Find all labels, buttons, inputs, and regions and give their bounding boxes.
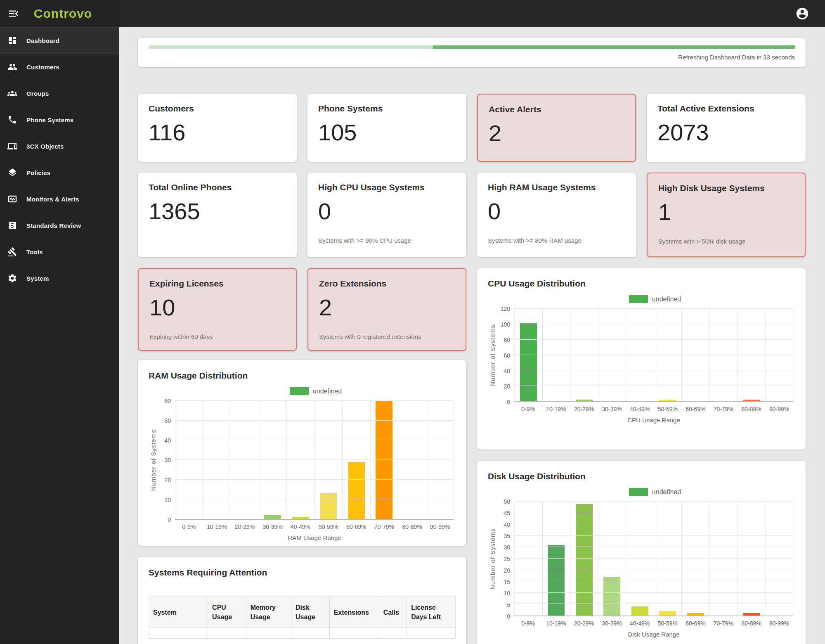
bar-slot — [654, 502, 682, 616]
disk-usage-chart: Number of Systems 05101520253035404550 0… — [488, 502, 793, 638]
attention-table-head: SystemCPU UsageMemory UsageDisk UsageExt… — [149, 597, 456, 628]
x-axis-ticks: 0-9%10-19%20-29%30-39%40-49%50-59%60-69%… — [514, 616, 793, 627]
sidebar-item-policies[interactable]: Policies — [0, 159, 119, 186]
x-tick-label: 20-29% — [570, 620, 598, 627]
ram-usage-chart: Number of Systems 0102030405060 0-9%10-1… — [149, 401, 454, 541]
stat-card-high-ram-usage[interactable]: High RAM Usage Systems 0 Systems with >=… — [477, 173, 636, 257]
x-tick-label: 0-9% — [175, 523, 203, 530]
account-icon[interactable] — [795, 7, 809, 21]
x-axis-label: CPU Usage Range — [514, 412, 793, 424]
x-tick-label: 10-19% — [203, 523, 231, 530]
chart-plot-area[interactable] — [514, 502, 793, 616]
chart-bar[interactable] — [603, 577, 620, 616]
bar-slot — [398, 401, 426, 519]
stat-subtitle: Systems with >= 90% CPU usage — [318, 237, 456, 244]
x-tick-label: 20-29% — [570, 406, 598, 412]
chart-bar[interactable] — [631, 606, 648, 616]
chart-bar[interactable] — [743, 400, 760, 401]
x-tick-label: 40-49% — [626, 620, 654, 627]
chart-bar[interactable] — [687, 613, 704, 616]
chart-bar[interactable] — [376, 401, 392, 519]
stat-value: 0 — [318, 200, 456, 223]
bar-slot — [570, 309, 598, 401]
stat-title: High RAM Usage Systems — [488, 182, 625, 192]
sidebar-item-dashboard[interactable]: Dashboard — [0, 27, 119, 54]
sidebar-item-3cx-objects[interactable]: 3CX Objects — [0, 133, 119, 159]
table-header-cell: Disk Usage — [291, 597, 330, 628]
sidebar-item-tools[interactable]: Tools — [0, 239, 119, 265]
sidebar-item-customers[interactable]: Customers — [0, 54, 119, 80]
menu-open-icon[interactable] — [7, 7, 20, 20]
sidebar-item-groups[interactable]: Groups — [0, 80, 119, 107]
stat-card-expiring-licenses[interactable]: Expiring Licenses 10 Expiring within 60 … — [138, 268, 297, 351]
x-tick-label: 70-79% — [709, 406, 738, 412]
stat-card-customers[interactable]: Customers 116 — [138, 94, 297, 162]
sidebar: Controvo Dashboard Customers Groups Phon… — [0, 0, 119, 644]
chart-bar[interactable] — [320, 493, 337, 519]
bar-slot — [542, 502, 570, 616]
chart-plot-area[interactable] — [514, 309, 793, 402]
x-tick-label: 40-49% — [286, 523, 314, 530]
stat-card-high-disk-usage[interactable]: High Disk Usage Systems 1 Systems with >… — [647, 173, 806, 257]
table-row — [149, 628, 456, 639]
legend-label: undefined — [652, 296, 681, 303]
alert-card-pair: Expiring Licenses 10 Expiring within 60 … — [138, 268, 466, 349]
stat-card-total-online-phones[interactable]: Total Online Phones 1365 — [138, 173, 297, 257]
bar-slot — [765, 502, 794, 616]
stat-card-high-cpu-usage[interactable]: High CPU Usage Systems 0 Systems with >=… — [307, 173, 466, 257]
bar-slot — [765, 309, 794, 401]
bar-slot — [542, 309, 570, 401]
stat-card-total-active-extensions[interactable]: Total Active Extensions 2073 — [647, 94, 806, 162]
stat-title: Phone Systems — [318, 104, 456, 114]
bar-slot — [681, 502, 709, 616]
stat-card-phone-systems[interactable]: Phone Systems 105 — [307, 94, 466, 162]
stat-title: Zero Extensions — [319, 279, 455, 289]
chart-bar[interactable] — [576, 504, 593, 616]
sidebar-item-monitors-alerts[interactable]: Monitors & Alerts — [0, 186, 119, 212]
stat-title: Expiring Licenses — [149, 279, 285, 289]
chart-legend: undefined — [177, 387, 454, 395]
legend-swatch — [290, 387, 309, 395]
chart-bar[interactable] — [264, 515, 281, 519]
chart-bar[interactable] — [548, 545, 565, 616]
sidebar-item-standards-review[interactable]: Standards Review — [0, 212, 119, 239]
sidebar-nav: Dashboard Customers Groups Phone Systems… — [0, 27, 119, 291]
x-tick-label: 90-99% — [765, 406, 793, 412]
chart-plot-area[interactable] — [175, 401, 454, 520]
table-header-cell: Extensions — [329, 597, 379, 628]
systems-attention-card: Systems Requiring Attention SystemCPU Us… — [138, 557, 466, 644]
sidebar-item-label: Standards Review — [26, 222, 81, 229]
phone-icon — [7, 115, 17, 125]
x-tick-label: 0-9% — [514, 620, 542, 627]
sidebar-item-phone-systems[interactable]: Phone Systems — [0, 107, 119, 133]
left-column: Expiring Licenses 10 Expiring within 60 … — [138, 268, 466, 644]
chart-bar[interactable] — [659, 611, 676, 616]
chart-bar[interactable] — [659, 400, 676, 401]
chart-bar[interactable] — [743, 613, 760, 616]
x-tick-label: 80-89% — [398, 523, 426, 530]
x-tick-label: 10-19% — [542, 406, 570, 412]
x-axis-label: RAM Usage Range — [175, 530, 454, 541]
y-axis-label: Number of Systems — [488, 309, 497, 402]
stat-card-zero-extensions[interactable]: Zero Extensions 2 Systems with 0 registe… — [307, 268, 466, 351]
sidebar-item-label: Monitors & Alerts — [26, 196, 79, 203]
app-logo: Controvo — [20, 7, 112, 21]
table-header-cell: Calls — [379, 597, 407, 628]
chart-bar[interactable] — [292, 517, 309, 519]
stat-value: 1 — [658, 201, 794, 224]
bar-slot — [681, 309, 709, 401]
disk-usage-chart-card: Disk Usage Distribution undefined Number… — [477, 461, 806, 644]
chart-bar[interactable] — [576, 400, 593, 401]
layers-icon — [7, 168, 17, 178]
bar-slot — [286, 401, 314, 519]
chart-bar[interactable] — [348, 462, 365, 519]
bar-slot — [737, 502, 765, 616]
stat-card-active-alerts[interactable]: Active Alerts 2 — [477, 94, 636, 162]
bar-slot — [175, 401, 203, 519]
sidebar-item-system[interactable]: System — [0, 265, 119, 291]
chart-bar[interactable] — [520, 323, 537, 401]
x-tick-label: 50-59% — [654, 406, 682, 412]
x-tick-label: 60-69% — [682, 620, 710, 627]
x-tick-label: 30-39% — [259, 523, 287, 530]
refresh-countdown-text: Refreshing Dashboard Data in 33 seconds — [149, 54, 795, 61]
